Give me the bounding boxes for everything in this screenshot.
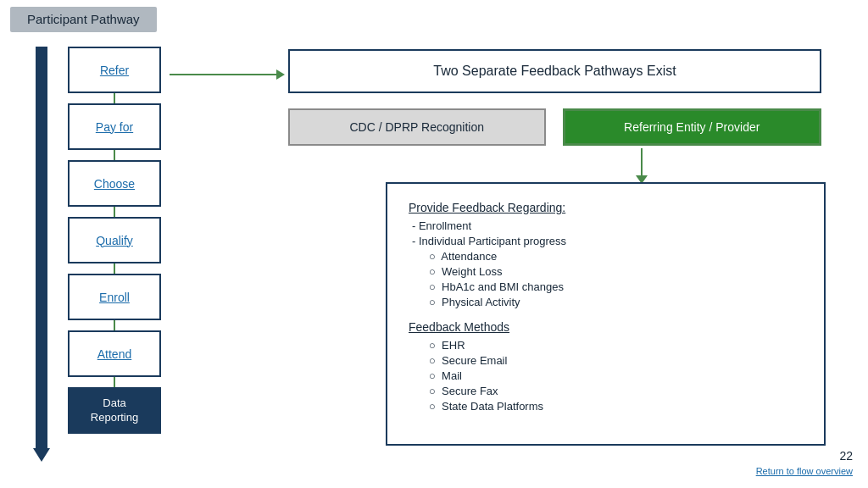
qualify-box[interactable]: Qualify [68,217,161,263]
provide-heading: Provide Feedback Regarding: [409,201,803,214]
referring-label: Referring Entity / Provider [624,120,760,134]
cdc-box: CDC / DPRP Recognition [288,108,546,146]
method-secure-email: ○ Secure Email [409,354,803,367]
subitem-hba1c: ○ HbA1c and BMI changes [409,280,803,293]
arrow-head [33,448,50,462]
page-num: 22 [756,449,853,463]
page-number-section: 22 Return to flow overview [756,449,853,478]
cdc-label: CDC / DPRP Recognition [350,120,484,134]
feedback-top-label: Two Separate Feedback Pathways Exist [433,64,676,79]
enroll-box[interactable]: Enroll [68,274,161,320]
qualify-link[interactable]: Qualify [96,234,133,247]
subitem-physical: ○ Physical Activity [409,296,803,308]
connector-5 [114,320,115,330]
page-title: Participant Pathway [27,12,140,26]
method-mail: ○ Mail [409,369,803,382]
progress-item: - Individual Participant progress [409,235,803,247]
enroll-link[interactable]: Enroll [99,291,130,304]
pay-for-box[interactable]: Pay for [68,103,161,150]
attend-box[interactable]: Attend [68,330,161,377]
method-secure-fax: ○ Secure Fax [409,385,803,397]
pay-for-link[interactable]: Pay for [96,120,133,134]
connector-4 [114,263,115,274]
arrow-body [36,47,47,448]
main-feedback-box: Provide Feedback Regarding: - Enrollment… [386,182,826,446]
arrow-head-right [276,69,285,80]
data-reporting-label: DataReporting [91,396,138,425]
category-row: CDC / DPRP Recognition Referring Entity … [288,108,821,146]
connector-1 [114,93,115,103]
attend-link[interactable]: Attend [97,347,131,361]
arrow-line [170,74,280,75]
return-link[interactable]: Return to flow overview [756,466,853,476]
method-ehr: ○ EHR [409,339,803,352]
choose-link[interactable]: Choose [94,177,135,191]
horizontal-arrow [170,69,288,80]
data-reporting-box: DataReporting [68,387,161,434]
choose-box[interactable]: Choose [68,160,161,207]
vert-connector [641,148,643,178]
method-state-data: ○ State Data Platforms [409,400,803,413]
connector-2 [114,150,115,160]
feedback-top-box: Two Separate Feedback Pathways Exist [288,49,821,93]
pathway-boxes: Refer Pay for Choose Qualify Enroll Atte… [68,47,161,434]
subitem-weight-loss: ○ Weight Loss [409,265,803,278]
title-bar: Participant Pathway [10,7,157,32]
connector-6 [114,377,115,387]
feedback-methods-section: Feedback Methods ○ EHR ○ Secure Email ○ … [409,320,803,413]
methods-heading: Feedback Methods [409,320,803,334]
subitem-attendance: ○ Attendance [409,250,803,263]
vertical-arrow [36,47,47,462]
connector-3 [114,207,115,217]
enrollment-item: - Enrollment [409,219,803,232]
refer-box[interactable]: Refer [68,47,161,93]
referring-box: Referring Entity / Provider [563,108,822,146]
refer-link[interactable]: Refer [100,64,129,77]
